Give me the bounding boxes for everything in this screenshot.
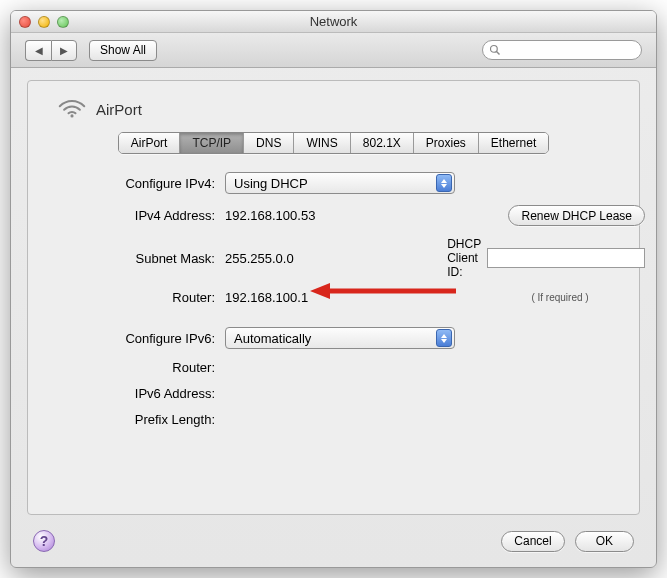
renew-dhcp-label: Renew DHCP Lease	[521, 209, 632, 223]
minimize-icon[interactable]	[38, 16, 50, 28]
titlebar: Network	[11, 11, 656, 33]
show-all-label: Show All	[100, 43, 146, 57]
ok-button[interactable]: OK	[575, 531, 634, 552]
tab-8021x[interactable]: 802.1X	[351, 133, 414, 153]
label-ipv6-address: IPv6 Address:	[50, 386, 215, 401]
ok-label: OK	[596, 534, 613, 548]
window-title: Network	[11, 14, 656, 29]
value-ipv4-address: 192.168.100.53	[225, 208, 465, 223]
label-ipv6-router: Router:	[50, 360, 215, 375]
chevron-updown-icon	[436, 174, 452, 192]
svg-line-1	[497, 52, 500, 55]
chevron-updown-icon	[436, 329, 452, 347]
toolbar: ◀ ▶ Show All	[11, 33, 656, 68]
label-configure-ipv6: Configure IPv6:	[50, 331, 215, 346]
dhcp-client-id-input[interactable]	[487, 248, 645, 268]
zoom-icon[interactable]	[57, 16, 69, 28]
help-label: ?	[40, 533, 49, 549]
tab-dns[interactable]: DNS	[244, 133, 294, 153]
label-ipv4-address: IPv4 Address:	[50, 208, 215, 223]
cancel-button[interactable]: Cancel	[501, 531, 564, 552]
svg-point-0	[491, 46, 498, 53]
configure-ipv4-value: Using DHCP	[234, 176, 308, 191]
configure-ipv6-select[interactable]: Automatically	[225, 327, 455, 349]
tab-proxies[interactable]: Proxies	[414, 133, 479, 153]
airport-icon	[58, 97, 86, 122]
label-configure-ipv4: Configure IPv4:	[50, 176, 215, 191]
renew-dhcp-button[interactable]: Renew DHCP Lease	[508, 205, 645, 226]
back-button[interactable]: ◀	[25, 40, 51, 61]
tab-bar: AirPortTCP/IPDNSWINS802.1XProxiesEtherne…	[118, 132, 549, 154]
if-required-note: ( If required )	[475, 292, 645, 303]
tab-tcpip[interactable]: TCP/IP	[180, 133, 244, 153]
label-subnet-mask: Subnet Mask:	[50, 251, 215, 266]
tcpip-sheet: AirPort AirPortTCP/IPDNSWINS802.1XProxie…	[27, 80, 640, 515]
label-dhcp-client-id: DHCP Client ID:	[447, 237, 481, 279]
cancel-label: Cancel	[514, 534, 551, 548]
configure-ipv6-value: Automatically	[234, 331, 311, 346]
configure-ipv4-select[interactable]: Using DHCP	[225, 172, 455, 194]
close-icon[interactable]	[19, 16, 31, 28]
label-prefix-length: Prefix Length:	[50, 412, 215, 427]
forward-button[interactable]: ▶	[51, 40, 77, 61]
tab-wins[interactable]: WINS	[294, 133, 350, 153]
value-router: 192.168.100.1	[225, 290, 465, 305]
show-all-button[interactable]: Show All	[89, 40, 157, 61]
search-input[interactable]	[482, 40, 642, 60]
value-subnet-mask: 255.255.0.0	[225, 251, 465, 266]
svg-point-2	[70, 114, 73, 117]
sheet-title: AirPort	[96, 101, 142, 118]
tab-ethernet[interactable]: Ethernet	[479, 133, 548, 153]
bottom-bar: ? Cancel OK	[11, 515, 656, 567]
network-prefs-window: Network ◀ ▶ Show All	[10, 10, 657, 568]
tab-airport[interactable]: AirPort	[119, 133, 181, 153]
search-icon	[489, 44, 501, 56]
label-router: Router:	[50, 290, 215, 305]
help-button[interactable]: ?	[33, 530, 55, 552]
